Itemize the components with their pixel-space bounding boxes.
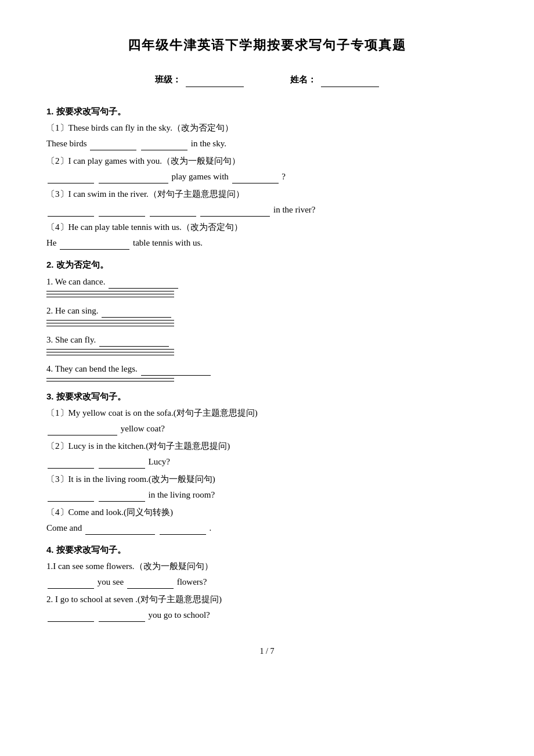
s3-q4-orig: 〔4〕Come and look.(同义句转换) bbox=[46, 505, 488, 519]
s1-q2-orig: 〔2〕I can play games with you.（改为一般疑问句） bbox=[46, 154, 488, 168]
s2-q3-lines bbox=[46, 349, 488, 355]
s3-q4-blank2[interactable] bbox=[160, 520, 206, 535]
s1-q1-blank1[interactable] bbox=[90, 136, 136, 150]
s2-q3-line3 bbox=[46, 355, 174, 355]
section-4-title: 4. 按要求改写句子。 bbox=[46, 543, 488, 557]
s2-q3-blank1[interactable] bbox=[99, 332, 169, 347]
section-2-title: 2. 改为否定句。 bbox=[46, 258, 488, 272]
s1-q3-blank3[interactable] bbox=[150, 202, 196, 217]
s2-q4-line2 bbox=[46, 381, 174, 381]
s2-q4-lines bbox=[46, 378, 488, 381]
section-4: 4. 按要求改写句子。 1.I can see some flowers.（改为… bbox=[46, 543, 488, 622]
s1-q2-answer: play games with ? bbox=[46, 169, 488, 183]
s2-q1-line3 bbox=[46, 297, 174, 297]
s1-q3-blank1[interactable] bbox=[48, 202, 94, 217]
s2-q2-line1 bbox=[46, 320, 174, 321]
s2-q1-line2 bbox=[46, 294, 174, 294]
s1-q3-blank2[interactable] bbox=[99, 202, 145, 217]
section-2: 2. 改为否定句。 1. We can dance. 2. He can sin… bbox=[46, 258, 488, 381]
s1-q4-answer: He table tennis with us. bbox=[46, 235, 488, 250]
section-3-title: 3. 按要求改写句子。 bbox=[46, 390, 488, 404]
s2-q2-line2 bbox=[46, 323, 174, 323]
s2-q3: 3. She can fly. bbox=[46, 332, 488, 347]
s2-q2-blank1[interactable] bbox=[102, 303, 171, 318]
s2-q4: 4. They can bend the legs. bbox=[46, 361, 488, 376]
s3-q4-blank1[interactable] bbox=[85, 520, 155, 535]
page-title: 四年级牛津英语下学期按要求写句子专项真题 bbox=[46, 35, 488, 55]
s2-q2: 2. He can sing. bbox=[46, 303, 488, 318]
s2-q1-blank1[interactable] bbox=[109, 274, 178, 289]
name-field[interactable] bbox=[321, 73, 379, 87]
s1-q2-blank3[interactable] bbox=[232, 169, 279, 183]
s3-q4-answer: Come and . bbox=[46, 520, 488, 535]
s1-q3-answer: in the river? bbox=[46, 202, 488, 217]
s4-q2-orig: 2. I go to school at seven .(对句子主题意思提问) bbox=[46, 592, 488, 606]
s4-q2-blank1[interactable] bbox=[48, 607, 94, 622]
s1-q1-orig: 〔1〕These birds can fly in the sky.（改为否定句… bbox=[46, 121, 488, 135]
s3-q3-orig: 〔3〕It is in the living room.(改为一般疑问句) bbox=[46, 472, 488, 486]
s1-q2-blank1[interactable] bbox=[48, 169, 94, 183]
s2-q1-lines bbox=[46, 291, 488, 297]
s3-q2-orig: 〔2〕Lucy is in the kitchen.(对句子主题意思提问) bbox=[46, 439, 488, 453]
name-label: 姓名： bbox=[290, 73, 379, 87]
s2-q1: 1. We can dance. bbox=[46, 274, 488, 289]
s1-q4-orig: 〔4〕He can play table tennis with us.（改为否… bbox=[46, 220, 488, 234]
section-1: 1. 按要求改写句子。 〔1〕These birds can fly in th… bbox=[46, 105, 488, 250]
s4-q1-answer: you see flowers? bbox=[46, 574, 488, 589]
class-name-row: 班级： 姓名： bbox=[46, 73, 488, 87]
s4-q1-blank1[interactable] bbox=[48, 574, 94, 589]
s2-q4-blank1[interactable] bbox=[141, 361, 211, 376]
s3-q1-orig: 〔1〕My yellow coat is on the sofa.(对句子主题意… bbox=[46, 406, 488, 420]
s1-q4-blank1[interactable] bbox=[60, 235, 129, 250]
section-3: 3. 按要求改写句子。 〔1〕My yellow coat is on the … bbox=[46, 390, 488, 535]
s1-q3-orig: 〔3〕I can swim in the river.（对句子主题意思提问） bbox=[46, 187, 488, 201]
s3-q1-blank1[interactable] bbox=[48, 421, 117, 435]
s3-q3-answer: in the living room? bbox=[46, 487, 488, 502]
s3-q2-answer: Lucy? bbox=[46, 454, 488, 469]
s3-q2-blank1[interactable] bbox=[48, 454, 94, 469]
s3-q3-blank2[interactable] bbox=[99, 487, 145, 502]
s2-q3-line1 bbox=[46, 349, 174, 350]
s3-q1-answer: yellow coat? bbox=[46, 421, 488, 435]
class-label: 班级： bbox=[155, 73, 244, 87]
s4-q2-answer: you go to school? bbox=[46, 607, 488, 622]
s1-q1-blank2[interactable] bbox=[141, 136, 187, 150]
s4-q1-blank2[interactable] bbox=[127, 574, 174, 589]
s1-q2-blank2[interactable] bbox=[99, 169, 168, 183]
s2-q2-lines bbox=[46, 320, 488, 326]
s1-q3-blank4[interactable] bbox=[200, 202, 270, 217]
page-footer: 1 / 7 bbox=[46, 645, 488, 658]
s2-q4-line1 bbox=[46, 378, 174, 379]
s3-q2-blank2[interactable] bbox=[99, 454, 145, 469]
class-field[interactable] bbox=[186, 73, 244, 87]
s2-q2-line3 bbox=[46, 326, 174, 326]
s4-q1-orig: 1.I can see some flowers.（改为一般疑问句） bbox=[46, 559, 488, 573]
s4-q2-blank2[interactable] bbox=[99, 607, 145, 622]
section-1-title: 1. 按要求改写句子。 bbox=[46, 105, 488, 118]
s2-q1-line1 bbox=[46, 291, 174, 291]
s2-q3-line2 bbox=[46, 352, 174, 352]
s3-q3-blank1[interactable] bbox=[48, 487, 94, 502]
s1-q1-answer: These birds in the sky. bbox=[46, 136, 488, 150]
